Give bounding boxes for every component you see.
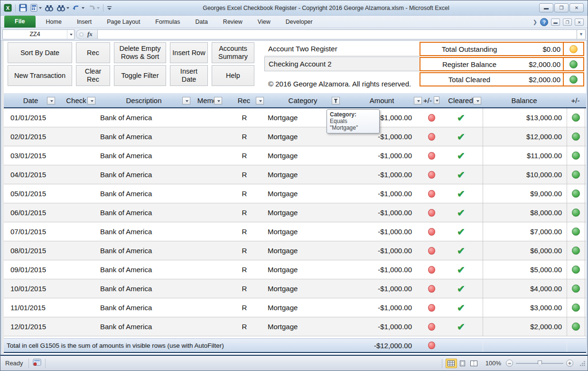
- insert-row-button[interactable]: Insert Row: [170, 42, 208, 63]
- page-break-preview-button[interactable]: [468, 359, 480, 368]
- rec-cell[interactable]: R: [224, 317, 265, 336]
- category-cell[interactable]: Mortgage: [265, 146, 341, 165]
- formula-input[interactable]: [98, 29, 577, 39]
- date-cell[interactable]: 12/01/2015: [6, 317, 56, 336]
- balance-cell[interactable]: $10,000.00: [483, 165, 567, 184]
- description-cell[interactable]: Bank of America: [97, 241, 192, 260]
- filter-dropdown-icon[interactable]: [87, 97, 95, 105]
- check-cell[interactable]: [56, 279, 97, 298]
- column-header-amount[interactable]: Amount: [341, 93, 423, 107]
- rec-cell[interactable]: R: [224, 279, 265, 298]
- description-cell[interactable]: Bank of America: [97, 298, 192, 317]
- balance-cell[interactable]: $2,000.00: [483, 317, 567, 336]
- cleared-cell[interactable]: ✔: [439, 298, 483, 317]
- customize-toolbar-icon[interactable]: [106, 3, 113, 13]
- category-cell[interactable]: Mortgage: [265, 260, 341, 279]
- amount-cell[interactable]: -$1,000.00: [341, 279, 423, 298]
- amount-cell[interactable]: -$1,000.00: [341, 184, 423, 203]
- check-cell[interactable]: [56, 165, 97, 184]
- rec-cell[interactable]: R: [224, 222, 265, 241]
- cleared-cell[interactable]: ✔: [439, 184, 483, 203]
- sort-by-date-button[interactable]: Sort By Date: [8, 42, 72, 63]
- cleared-cell[interactable]: ✔: [439, 279, 483, 298]
- ribbon-tab-home[interactable]: Home: [38, 17, 69, 28]
- column-header-balance[interactable]: Balance: [483, 93, 567, 107]
- memo-cell[interactable]: [192, 203, 224, 222]
- column-header-description[interactable]: Description: [97, 93, 192, 107]
- cleared-cell[interactable]: ✔: [439, 260, 483, 279]
- amount-cell[interactable]: -$1,000.00: [341, 317, 423, 336]
- date-cell[interactable]: 02/01/2015: [6, 127, 56, 146]
- filter-dropdown-icon[interactable]: [47, 97, 55, 105]
- date-cell[interactable]: 07/01/2015: [6, 222, 56, 241]
- check-cell[interactable]: [56, 127, 97, 146]
- help-icon[interactable]: ?: [540, 18, 548, 26]
- memo-cell[interactable]: [192, 317, 224, 336]
- rec-cell[interactable]: R: [224, 146, 265, 165]
- ribbon-tab-file[interactable]: File: [4, 16, 36, 28]
- date-cell[interactable]: 01/01/2015: [6, 108, 56, 127]
- column-header-plusminus[interactable]: +/-: [423, 93, 439, 107]
- memo-cell[interactable]: [192, 260, 224, 279]
- save-icon[interactable]: [19, 3, 28, 13]
- fx-icon[interactable]: fx: [87, 30, 93, 38]
- rec-cell[interactable]: R: [224, 165, 265, 184]
- amount-cell[interactable]: -$1,000.00: [341, 222, 423, 241]
- balance-cell[interactable]: $3,000.00: [483, 298, 567, 317]
- resize-grip[interactable]: [579, 360, 586, 368]
- description-cell[interactable]: Bank of America: [97, 127, 192, 146]
- memo-cell[interactable]: [192, 165, 224, 184]
- balance-cell[interactable]: $13,000.00: [483, 108, 567, 127]
- check-cell[interactable]: [56, 222, 97, 241]
- accounts-summary-button[interactable]: Accounts Summary: [212, 42, 254, 63]
- amount-cell[interactable]: -$1,000.00: [341, 146, 423, 165]
- category-cell[interactable]: Mortgage: [265, 203, 341, 222]
- column-header-category[interactable]: Category: [265, 93, 341, 107]
- description-cell[interactable]: Bank of America: [97, 146, 192, 165]
- find-next-icon[interactable]: [56, 3, 70, 13]
- date-cell[interactable]: 06/01/2015: [6, 203, 56, 222]
- description-cell[interactable]: Bank of America: [97, 165, 192, 184]
- page-layout-view-button[interactable]: [457, 359, 468, 368]
- ribbon-tab-review[interactable]: Review: [215, 17, 250, 28]
- amount-cell[interactable]: -$1,000.00: [341, 165, 423, 184]
- column-header-rec[interactable]: Rec: [224, 93, 265, 107]
- category-cell[interactable]: Mortgage: [265, 298, 341, 317]
- memo-cell[interactable]: [192, 222, 224, 241]
- zoom-slider[interactable]: [516, 360, 563, 367]
- category-cell[interactable]: Mortgage: [265, 222, 341, 241]
- date-cell[interactable]: 10/01/2015: [6, 279, 56, 298]
- ribbon-tab-formulas[interactable]: Formulas: [148, 17, 187, 28]
- description-cell[interactable]: Bank of America: [97, 222, 192, 241]
- cleared-cell[interactable]: ✔: [439, 203, 483, 222]
- account-name-cell[interactable]: Checking Account 2: [264, 57, 420, 71]
- cleared-cell[interactable]: ✔: [439, 146, 483, 165]
- zoom-out-button[interactable]: −: [506, 360, 513, 367]
- check-cell[interactable]: [56, 317, 97, 336]
- summary-value[interactable]: $0.00: [518, 43, 564, 55]
- column-header-check[interactable]: Check: [56, 93, 97, 107]
- name-box[interactable]: ZZ4: [2, 29, 75, 39]
- memo-cell[interactable]: [192, 184, 224, 203]
- date-cell[interactable]: 05/01/2015: [6, 184, 56, 203]
- find-icon[interactable]: [44, 3, 54, 13]
- new-transaction-button[interactable]: New Transaction: [8, 65, 72, 86]
- zoom-slider-handle[interactable]: [538, 361, 542, 366]
- total-amount-cell[interactable]: -$12,000.00: [341, 339, 423, 352]
- balance-cell[interactable]: $12,000.00: [483, 127, 567, 146]
- ribbon-tab-insert[interactable]: Insert: [69, 17, 99, 28]
- ribbon-tab-view[interactable]: View: [250, 17, 278, 28]
- check-cell[interactable]: [56, 146, 97, 165]
- balance-cell[interactable]: $7,000.00: [483, 222, 567, 241]
- column-header-cleared[interactable]: Cleared: [439, 93, 483, 107]
- check-cell[interactable]: [56, 184, 97, 203]
- undo-icon[interactable]: [72, 3, 85, 13]
- summary-value[interactable]: $2,000.00: [518, 73, 564, 86]
- zoom-in-button[interactable]: +: [566, 360, 573, 367]
- rec-button[interactable]: Rec: [76, 42, 110, 63]
- cleared-cell[interactable]: ✔: [439, 108, 483, 127]
- check-cell[interactable]: [56, 298, 97, 317]
- delete-empty-rows-sort-button[interactable]: Delete Empty Rows & Sort: [114, 42, 166, 63]
- column-header-memo[interactable]: Memo: [192, 93, 224, 107]
- date-cell[interactable]: 09/01/2015: [6, 260, 56, 279]
